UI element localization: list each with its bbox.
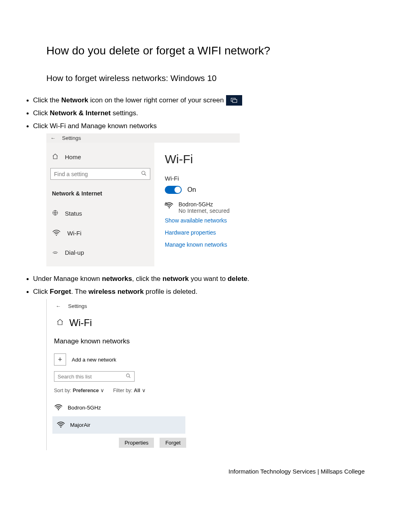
search-placeholder: Find a setting xyxy=(54,171,88,177)
sort-value: Preference xyxy=(73,388,99,393)
wifi-toggle[interactable]: On xyxy=(165,186,230,194)
svg-point-11 xyxy=(127,374,130,377)
settings-main-panel: Wi-Fi Wi-Fi On Bo xyxy=(154,143,230,266)
step-1: Click the Network icon on the lower righ… xyxy=(33,95,365,106)
svg-point-7 xyxy=(55,253,55,254)
sidebar-home-label: Home xyxy=(65,154,81,160)
step-4-d: network xyxy=(162,275,189,283)
network-name: Bodron-5GHz xyxy=(68,405,101,411)
forget-button[interactable]: Forget xyxy=(160,438,186,448)
svg-rect-9 xyxy=(165,204,167,206)
page-heading: Wi-Fi xyxy=(69,317,92,328)
step-5-c: . The xyxy=(71,288,88,295)
step-5-b: Forget xyxy=(50,288,71,295)
search-list-input[interactable]: Search this list xyxy=(54,371,135,382)
add-network-label: Add a new network xyxy=(72,357,116,363)
step-2-text-c: settings. xyxy=(111,109,138,117)
step-4-e: you want to xyxy=(189,275,227,283)
step-4: Under Manage known networks, click the n… xyxy=(33,274,365,284)
svg-point-13 xyxy=(58,409,59,410)
globe-icon xyxy=(52,210,58,217)
svg-point-5 xyxy=(56,235,57,236)
properties-button[interactable]: Properties xyxy=(119,438,154,448)
current-network[interactable]: Bodron-5GHz No Internet, secured xyxy=(165,201,230,214)
known-network-item[interactable]: Bodron-5GHz xyxy=(54,399,187,416)
sort-label: Sort by: xyxy=(54,388,71,393)
lock-icon xyxy=(164,200,168,208)
home-icon[interactable] xyxy=(56,318,64,327)
plus-icon: + xyxy=(54,353,66,366)
wifi-icon xyxy=(52,229,61,238)
filter-label: Filter by: xyxy=(113,388,133,393)
search-list-placeholder: Search this list xyxy=(58,374,92,380)
search-input[interactable]: Find a setting xyxy=(50,168,150,180)
svg-point-14 xyxy=(60,426,62,428)
wifi-icon xyxy=(54,403,63,412)
step-2: Click Network & Internet settings. xyxy=(33,108,365,118)
sidebar-wifi-label: Wi-Fi xyxy=(67,230,81,237)
step-5-a: Click xyxy=(33,288,50,295)
sidebar-home[interactable]: Home xyxy=(50,150,150,168)
back-button[interactable]: ← xyxy=(56,303,61,309)
step-1-text-c: icon on the lower right corner of your s… xyxy=(88,96,224,104)
step-2-text-a: Click xyxy=(33,109,50,117)
home-icon xyxy=(52,153,58,161)
svg-line-12 xyxy=(129,376,130,378)
step-5-d: wireless network xyxy=(89,288,144,295)
screenshot-manage-networks: ← Settings Wi-Fi Manage known networks +… xyxy=(46,299,187,450)
section-heading: Manage known networks xyxy=(54,337,187,351)
sidebar-item-dialup[interactable]: Dial-up xyxy=(50,243,150,262)
link-hardware-properties[interactable]: Hardware properties xyxy=(165,229,230,236)
back-button[interactable]: ← xyxy=(50,135,56,141)
known-network-item-selected[interactable]: MajorAir xyxy=(52,416,185,434)
step-2-bold: Network & Internet xyxy=(50,109,111,117)
svg-rect-1 xyxy=(233,100,237,103)
network-name: MajorAir xyxy=(70,422,90,428)
step-4-f: delete xyxy=(228,275,247,283)
instruction-list: Click the Network icon on the lower righ… xyxy=(33,95,365,131)
svg-point-10 xyxy=(169,207,170,208)
step-1-text-a: Click the xyxy=(33,96,61,104)
window-title: Settings xyxy=(62,135,81,141)
sidebar-category: Network & Internet xyxy=(50,188,150,204)
link-manage-known-networks[interactable]: Manage known networks xyxy=(165,241,230,248)
sidebar-item-status[interactable]: Status xyxy=(50,204,150,223)
page-title: How do you delete or forget a WIFI netwo… xyxy=(46,44,365,57)
wifi-icon xyxy=(56,420,65,430)
step-1-bold: Network xyxy=(61,96,88,104)
sidebar-item-wifi[interactable]: Wi-Fi xyxy=(50,223,150,243)
sort-by-dropdown[interactable]: Sort by: Preference ∨ xyxy=(54,387,104,393)
filter-by-dropdown[interactable]: Filter by: All ∨ xyxy=(113,387,146,393)
screenshot-settings-wifi: ← Settings Home Find a setting Network &… xyxy=(46,133,240,266)
dialup-icon xyxy=(52,249,58,256)
window-title: Settings xyxy=(68,303,87,309)
page-footer: Information Technology Services | Millsa… xyxy=(228,468,365,475)
svg-point-8 xyxy=(56,253,56,254)
step-4-g: . xyxy=(247,275,249,283)
sidebar-dialup-label: Dial-up xyxy=(65,249,84,256)
step-5: Click Forget. The wireless network profi… xyxy=(33,287,365,297)
settings-sidebar: Home Find a setting Network & Internet S… xyxy=(46,143,154,266)
svg-line-3 xyxy=(145,174,146,176)
instruction-list-2: Under Manage known networks, click the n… xyxy=(33,274,365,297)
network-tray-icon xyxy=(226,95,242,106)
filter-value: All xyxy=(134,388,140,393)
current-network-status: No Internet, secured xyxy=(179,208,230,214)
wifi-toggle-state: On xyxy=(187,186,196,193)
sidebar-status-label: Status xyxy=(65,210,82,217)
svg-point-2 xyxy=(142,171,145,175)
search-icon xyxy=(141,170,147,177)
chevron-down-icon: ∨ xyxy=(100,388,104,393)
search-icon xyxy=(126,373,131,380)
wifi-section-label: Wi-Fi xyxy=(165,175,230,182)
step-4-c: , click the xyxy=(132,275,163,283)
add-network-button[interactable]: + Add a new network xyxy=(54,351,187,371)
svg-point-6 xyxy=(54,253,54,254)
step-5-e: profile is deleted. xyxy=(144,288,197,295)
panel-heading: Wi-Fi xyxy=(165,152,230,166)
page-subtitle: How to forget wireless networks: Windows… xyxy=(46,73,365,83)
step-3: Click Wi-Fi and Manage known networks xyxy=(33,121,365,131)
chevron-down-icon: ∨ xyxy=(142,388,146,393)
step-4-a: Under Manage known xyxy=(33,275,102,283)
link-show-available[interactable]: Show available networks xyxy=(165,217,230,224)
